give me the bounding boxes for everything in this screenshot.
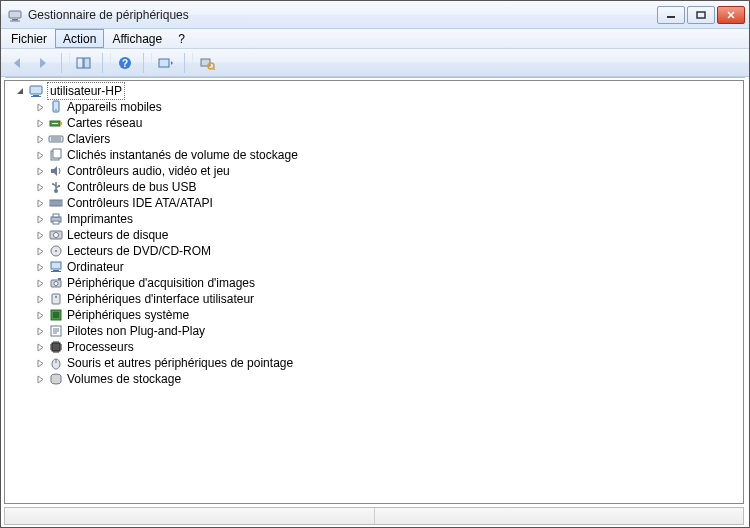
tree-item-label: Appareils mobiles — [67, 99, 162, 115]
svg-rect-1 — [12, 19, 18, 21]
expander-closed-icon[interactable] — [35, 118, 45, 128]
title-bar: Gestionnaire de périphériques — [1, 1, 749, 29]
svg-marker-52 — [38, 216, 43, 223]
svg-marker-73 — [38, 312, 43, 319]
back-button[interactable] — [5, 52, 29, 74]
tree-item[interactable]: Lecteurs de disque — [35, 227, 743, 243]
tree-item-label: Cartes réseau — [67, 115, 142, 131]
tree-item[interactable]: Ordinateur — [35, 259, 743, 275]
device-tree[interactable]: utilisateur-HPAppareils mobilesCartes ré… — [4, 80, 744, 504]
expander-closed-icon[interactable] — [35, 262, 45, 272]
tree-item[interactable]: Périphérique d'acquisition d'images — [35, 275, 743, 291]
action-view-button[interactable] — [154, 52, 178, 74]
scan-hardware-button[interactable] — [195, 52, 219, 74]
tree-item[interactable]: Cartes réseau — [35, 115, 743, 131]
tree-item[interactable]: Processeurs — [35, 339, 743, 355]
expander-closed-icon[interactable] — [35, 294, 45, 304]
svg-marker-18 — [17, 88, 23, 94]
tree-item-label: Volumes de stockage — [67, 371, 181, 387]
menu-?[interactable]: ? — [170, 29, 193, 48]
menu-fichier[interactable]: Fichier — [3, 29, 55, 48]
svg-rect-13 — [159, 59, 169, 67]
tree-item-label: Processeurs — [67, 339, 134, 355]
expander-open-icon[interactable] — [15, 86, 25, 96]
tree-item-label: Souris et autres périphériques de pointa… — [67, 355, 293, 371]
app-icon — [7, 7, 23, 23]
svg-rect-19 — [30, 86, 42, 94]
sound-controller-icon — [48, 163, 64, 179]
svg-point-68 — [54, 282, 58, 286]
tree-item[interactable]: Appareils mobiles — [35, 99, 743, 115]
svg-rect-9 — [77, 58, 83, 68]
tree-item[interactable]: Contrôleurs audio, vidéo et jeu — [35, 163, 743, 179]
help-button[interactable]: ? — [113, 52, 137, 74]
tree-item[interactable]: Claviers — [35, 131, 743, 147]
mobile-device-icon — [48, 99, 64, 115]
expander-closed-icon[interactable] — [35, 182, 45, 192]
expander-closed-icon[interactable] — [35, 198, 45, 208]
expander-closed-icon[interactable] — [35, 374, 45, 384]
tree-item[interactable]: Pilotes non Plug-and-Play — [35, 323, 743, 339]
tree-item[interactable]: Souris et autres périphériques de pointa… — [35, 355, 743, 371]
expander-closed-icon[interactable] — [35, 310, 45, 320]
tree-item[interactable]: Lecteurs de DVD/CD-ROM — [35, 243, 743, 259]
expander-closed-icon[interactable] — [35, 230, 45, 240]
tree-item-label: Périphérique d'acquisition d'images — [67, 275, 255, 291]
menu-bar: FichierActionAffichage? — [1, 29, 749, 49]
toolbar-separator — [184, 53, 185, 73]
expander-closed-icon[interactable] — [35, 358, 45, 368]
tree-item[interactable]: Volumes de stockage — [35, 371, 743, 387]
minimize-button[interactable] — [657, 6, 685, 24]
svg-text:?: ? — [122, 58, 128, 69]
tree-item[interactable]: Contrôleurs IDE ATA/ATAPI — [35, 195, 743, 211]
usb-controller-icon — [48, 179, 64, 195]
expander-closed-icon[interactable] — [35, 278, 45, 288]
tree-item[interactable]: Clichés instantanés de volume de stockag… — [35, 147, 743, 163]
tree-item-label: Lecteurs de DVD/CD-ROM — [67, 243, 211, 259]
svg-rect-75 — [53, 312, 59, 318]
svg-point-42 — [52, 183, 54, 185]
expander-closed-icon[interactable] — [35, 214, 45, 224]
expander-closed-icon[interactable] — [35, 326, 45, 336]
tree-item[interactable]: Imprimantes — [35, 211, 743, 227]
expander-closed-icon[interactable] — [35, 134, 45, 144]
volume-shadow-icon — [48, 147, 64, 163]
svg-rect-10 — [84, 58, 90, 68]
svg-marker-98 — [38, 376, 43, 383]
svg-rect-65 — [51, 271, 61, 272]
expander-closed-icon[interactable] — [35, 342, 45, 352]
svg-rect-30 — [49, 136, 63, 142]
tree-item-label: Ordinateur — [67, 259, 124, 275]
tree-item[interactable]: Périphériques système — [35, 307, 743, 323]
maximize-button[interactable] — [687, 6, 715, 24]
tree-item[interactable]: Périphériques d'interface utilisateur — [35, 291, 743, 307]
status-cell — [5, 508, 375, 524]
menu-affichage[interactable]: Affichage — [104, 29, 170, 48]
svg-rect-71 — [52, 294, 60, 304]
svg-point-72 — [55, 296, 57, 298]
tree-root[interactable]: utilisateur-HP — [15, 83, 743, 99]
status-bar — [4, 507, 744, 525]
show-hide-tree-button[interactable] — [72, 52, 96, 74]
tree-item-label: Lecteurs de disque — [67, 227, 168, 243]
toolbar: ? — [1, 49, 749, 77]
svg-marker-8 — [40, 58, 46, 68]
expander-closed-icon[interactable] — [35, 150, 45, 160]
status-cell — [375, 508, 744, 524]
disk-drive-icon — [48, 227, 64, 243]
svg-rect-44 — [58, 185, 60, 187]
svg-rect-35 — [53, 149, 61, 158]
close-button[interactable] — [717, 6, 745, 24]
forward-button[interactable] — [31, 52, 55, 74]
svg-marker-95 — [38, 360, 43, 367]
tree-item-label: Périphériques système — [67, 307, 189, 323]
svg-marker-33 — [38, 152, 43, 159]
toolbar-separator — [61, 53, 62, 73]
expander-closed-icon[interactable] — [35, 246, 45, 256]
svg-marker-59 — [38, 248, 43, 255]
expander-closed-icon[interactable] — [35, 166, 45, 176]
tree-item-label: Contrôleurs audio, vidéo et jeu — [67, 163, 230, 179]
menu-action[interactable]: Action — [55, 29, 104, 48]
expander-closed-icon[interactable] — [35, 102, 45, 112]
tree-item[interactable]: Contrôleurs de bus USB — [35, 179, 743, 195]
